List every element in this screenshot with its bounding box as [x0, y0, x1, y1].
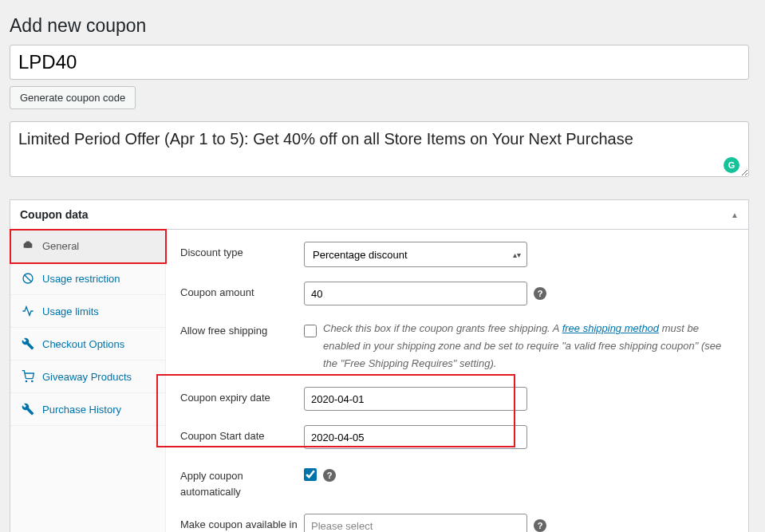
apply-auto-checkbox[interactable] [304, 468, 317, 481]
available-in-label: Make coupon available in [180, 514, 304, 530]
tab-label: Usage limits [42, 305, 99, 317]
tab-label: Giveaway Products [42, 371, 132, 383]
activity-icon [22, 305, 34, 317]
svg-line-2 [25, 275, 32, 282]
available-in-select[interactable] [304, 514, 527, 532]
wrench-icon [22, 403, 34, 416]
tab-usage-restriction[interactable]: Usage restriction [10, 262, 165, 295]
tab-giveaway-products[interactable]: Giveaway Products [10, 361, 165, 393]
wrench-icon [22, 337, 34, 350]
tab-purchase-history[interactable]: Purchase History [10, 393, 165, 426]
free-shipping-label: Allow free shipping [180, 320, 304, 337]
coupon-amount-input[interactable] [304, 282, 527, 305]
panel-title: Coupon data [20, 208, 89, 221]
generate-coupon-code-button[interactable]: Generate coupon code [10, 86, 136, 109]
expiry-date-input[interactable] [304, 387, 527, 411]
tab-label: General [42, 240, 79, 252]
start-date-label: Coupon Start date [180, 425, 304, 442]
discount-type-select[interactable]: Percentage discount [304, 242, 527, 267]
panel-header[interactable]: Coupon data ▲ [10, 200, 748, 230]
tab-checkout-options[interactable]: Checkout Options [10, 328, 165, 361]
tab-label: Usage restriction [42, 273, 120, 285]
help-icon[interactable]: ? [323, 469, 336, 482]
coupon-data-panel: Coupon data ▲ General Usage restriction … [10, 199, 749, 532]
tab-label: Checkout Options [42, 338, 124, 350]
cart-icon [22, 370, 34, 383]
svg-point-4 [32, 380, 33, 381]
help-icon[interactable]: ? [534, 519, 546, 532]
free-shipping-method-link[interactable]: free shipping method [562, 322, 659, 334]
free-shipping-description: Check this box if the coupon grants free… [323, 320, 734, 372]
coupon-amount-label: Coupon amount [180, 282, 304, 298]
ban-icon [22, 272, 34, 285]
coupon-code-input[interactable] [10, 45, 749, 80]
expiry-date-label: Coupon expiry date [180, 387, 304, 404]
tabs-sidebar: General Usage restriction Usage limits C… [10, 230, 166, 532]
start-date-input[interactable] [304, 425, 527, 449]
grammarly-icon[interactable]: G [724, 157, 739, 173]
page-title: Add new coupon [10, 8, 749, 45]
discount-type-label: Discount type [180, 242, 304, 258]
ticket-icon [22, 239, 34, 252]
svg-point-3 [26, 380, 26, 381]
apply-auto-label: Apply coupon automatically [180, 463, 304, 499]
svg-rect-0 [24, 243, 33, 247]
help-icon[interactable]: ? [534, 287, 546, 300]
tab-usage-limits[interactable]: Usage limits [10, 295, 165, 328]
general-tab-content: Discount type Percentage discount ▴▾ Cou… [166, 230, 748, 532]
free-shipping-checkbox[interactable] [304, 325, 317, 337]
coupon-description-textarea[interactable]: Limited Period Offer (Apr 1 to 5): Get 4… [10, 121, 749, 177]
tab-general[interactable]: General [10, 230, 165, 262]
collapse-icon[interactable]: ▲ [731, 211, 739, 219]
tab-label: Purchase History [42, 404, 121, 416]
